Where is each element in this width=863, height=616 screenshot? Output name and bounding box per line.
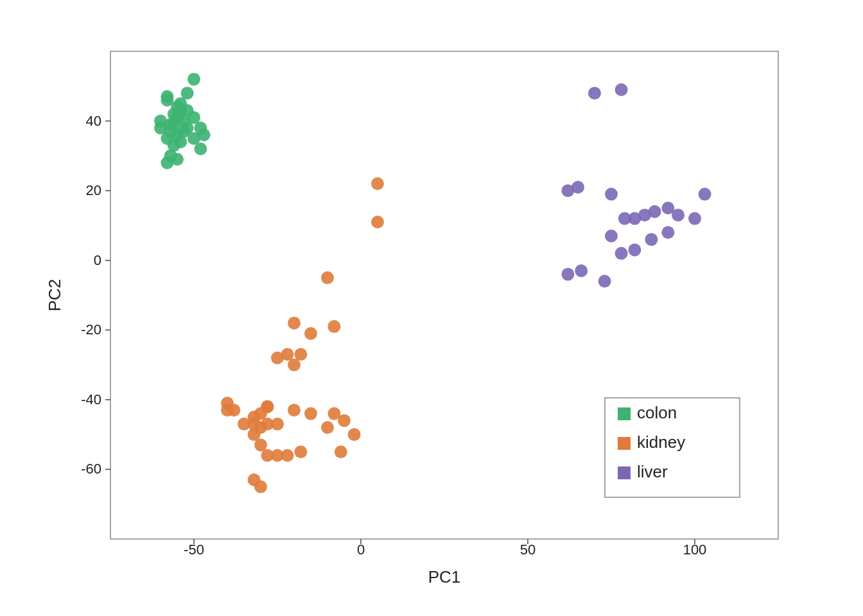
data-point-kidney — [261, 400, 274, 413]
data-point-kidney — [271, 418, 284, 431]
data-point-liver — [672, 209, 684, 221]
svg-text:100: 100 — [683, 542, 707, 558]
data-point-liver — [661, 226, 674, 239]
svg-text:20: 20 — [86, 182, 101, 198]
y-axis-label: PC2 — [46, 279, 64, 312]
data-point-liver — [699, 188, 711, 201]
data-point-kidney — [338, 414, 351, 427]
data-point-kidney — [288, 404, 301, 416]
svg-text:-40: -40 — [81, 391, 101, 407]
data-point-kidney — [321, 421, 334, 434]
data-point-kidney — [271, 352, 284, 364]
data-point-kidney — [335, 445, 347, 458]
data-point-colon — [154, 115, 167, 128]
data-point-colon — [181, 104, 194, 117]
x-axis-label: PC1 — [428, 567, 461, 586]
scatter-plot: -50050100-60-40-2002040PC1PC2colonkidney… — [46, 26, 817, 590]
data-point-liver — [575, 264, 588, 277]
svg-rect-24 — [618, 437, 631, 450]
data-point-liver — [649, 205, 661, 218]
legend-label-liver: liver — [637, 462, 668, 481]
chart-container: -50050100-60-40-2002040PC1PC2colonkidney… — [46, 26, 817, 590]
data-point-liver — [571, 181, 584, 194]
data-point-kidney — [221, 397, 234, 409]
data-point-liver — [605, 230, 618, 243]
data-point-kidney — [294, 445, 307, 458]
data-point-liver — [588, 87, 601, 99]
svg-text:-60: -60 — [81, 461, 101, 477]
data-point-liver — [645, 233, 658, 246]
data-point-kidney — [304, 407, 317, 420]
svg-text:-20: -20 — [81, 321, 101, 338]
data-point-liver — [605, 188, 618, 201]
data-point-colon — [161, 94, 173, 107]
data-point-colon — [171, 153, 184, 166]
legend-label-colon: colon — [637, 403, 677, 422]
data-point-liver — [688, 212, 701, 225]
data-point-kidney — [371, 177, 384, 190]
data-point-liver — [598, 275, 611, 287]
data-point-kidney — [288, 359, 301, 372]
data-point-colon — [187, 73, 200, 85]
data-point-liver — [615, 247, 628, 260]
data-point-kidney — [288, 316, 301, 329]
legend-label-kidney: kidney — [637, 432, 685, 452]
svg-rect-23 — [618, 407, 631, 420]
data-point-kidney — [321, 271, 334, 284]
data-point-kidney — [281, 449, 294, 462]
data-point-kidney — [304, 327, 317, 340]
data-point-kidney — [327, 320, 340, 333]
svg-rect-25 — [618, 466, 631, 479]
data-point-kidney — [371, 216, 384, 228]
data-point-colon — [174, 135, 187, 148]
svg-text:0: 0 — [357, 542, 365, 558]
data-point-kidney — [254, 421, 267, 434]
svg-text:40: 40 — [86, 113, 101, 129]
svg-text:50: 50 — [520, 542, 536, 558]
data-point-liver — [628, 243, 641, 256]
data-point-colon — [194, 142, 207, 155]
data-point-liver — [615, 83, 628, 96]
data-point-kidney — [348, 428, 361, 441]
data-point-kidney — [254, 481, 267, 493]
data-point-liver — [561, 268, 574, 280]
svg-text:0: 0 — [94, 252, 101, 268]
svg-text:-50: -50 — [184, 542, 204, 558]
